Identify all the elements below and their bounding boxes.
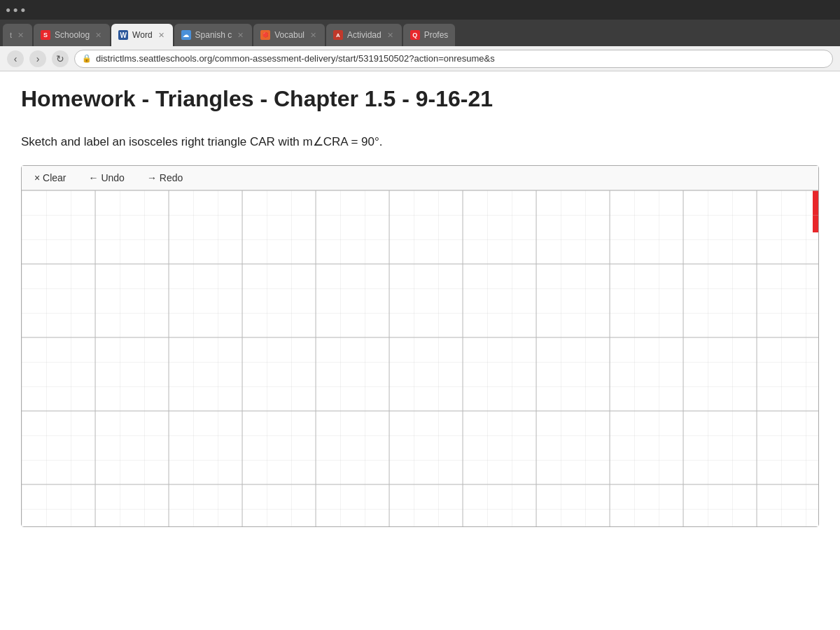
vocabu-icon: 🔴 [260, 30, 270, 40]
tab-close-word[interactable]: ✕ [157, 29, 166, 41]
back-button[interactable]: ‹ [7, 50, 24, 67]
undo-label: ← Undo [89, 172, 125, 183]
clear-button[interactable]: × Clear [30, 170, 71, 186]
page-title: Homework - Triangles - Chapter 1.5 - 9-1… [21, 85, 819, 112]
address-bar-row: ‹ › ↻ 🔒 districtlms.seattleschools.org/c… [0, 46, 840, 71]
tab-close-spanish[interactable]: ✕ [236, 29, 245, 41]
word-icon: W [118, 30, 128, 40]
forward-button[interactable]: › [29, 50, 46, 67]
tab-schoology[interactable]: S Schoolog ✕ [34, 24, 110, 46]
tab-prev[interactable]: t ✕ [3, 24, 32, 46]
svg-rect-1 [22, 190, 818, 526]
tab-word-label: Word [132, 30, 152, 40]
tab-schoology-label: Schoolog [55, 30, 90, 40]
drawing-toolbar: × Clear ← Undo → Redo [22, 166, 818, 190]
redo-button[interactable]: → Redo [143, 170, 187, 186]
tab-word[interactable]: W Word ✕ [111, 24, 172, 46]
window-controls[interactable]: ● ● ● [6, 5, 25, 15]
tab-vocabu-label: Vocabul [274, 30, 304, 40]
title-bar: ● ● ● [0, 0, 840, 20]
page-content: Homework - Triangles - Chapter 1.5 - 9-1… [0, 71, 840, 630]
tab-close-schoology[interactable]: ✕ [94, 29, 103, 41]
tab-close-vocabu[interactable]: ✕ [309, 29, 318, 41]
lock-icon: 🔒 [82, 54, 92, 63]
tab-vocabu[interactable]: 🔴 Vocabul ✕ [253, 24, 325, 46]
grid-canvas[interactable] [22, 190, 818, 526]
profes-icon: Q [410, 30, 420, 40]
browser-chrome: ● ● ● t ✕ S Schoolog ✕ W Word ✕ ☁ Spanis… [0, 0, 840, 71]
undo-button[interactable]: ← Undo [85, 170, 129, 186]
tab-close-prev[interactable]: ✕ [16, 29, 25, 41]
tab-spanish[interactable]: ☁ Spanish c ✕ [174, 24, 253, 46]
redo-label: → Redo [147, 172, 183, 183]
tab-actividad[interactable]: A Actividad ✕ [326, 24, 402, 46]
spanish-icon: ☁ [181, 30, 191, 40]
tab-profes-label: Profes [424, 30, 449, 40]
drawing-area: × Clear ← Undo → Redo [21, 165, 819, 527]
tab-spanish-label: Spanish c [195, 30, 232, 40]
tab-profes[interactable]: Q Profes [403, 24, 456, 46]
clear-label: × Clear [34, 172, 66, 183]
address-bar[interactable]: 🔒 districtlms.seattleschools.org/common-… [74, 50, 833, 68]
tab-close-actividad[interactable]: ✕ [386, 29, 395, 41]
question-text: Sketch and label an isosceles right tria… [21, 133, 819, 151]
tab-bar: t ✕ S Schoolog ✕ W Word ✕ ☁ Spanish c ✕ … [0, 20, 840, 46]
tab-actividad-label: Actividad [347, 30, 382, 40]
refresh-button[interactable]: ↻ [52, 50, 69, 67]
url-text: districtlms.seattleschools.org/common-as… [96, 53, 495, 64]
actividad-icon: A [333, 30, 343, 40]
grid-svg [22, 190, 818, 526]
schoology-icon: S [41, 30, 50, 40]
